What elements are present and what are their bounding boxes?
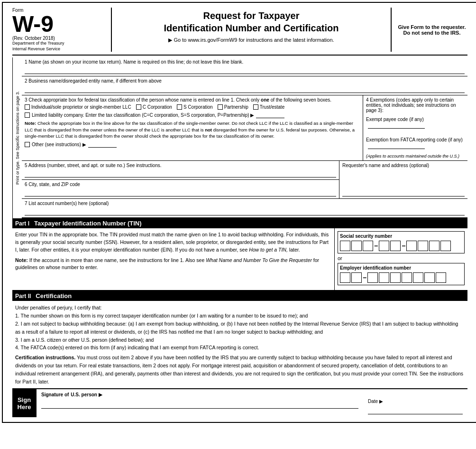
part2-label: Part II: [15, 293, 31, 299]
form-revision: (Rev. October 2018): [12, 36, 106, 41]
line6-input[interactable]: [25, 188, 336, 196]
individual-checkbox-box[interactable]: [25, 104, 30, 110]
ein-group2: [367, 272, 446, 283]
ein-cell-1[interactable]: [340, 272, 350, 283]
ein-cell-5[interactable]: [390, 272, 401, 283]
part2-body: Under penalties of perjury, I certify th…: [12, 301, 467, 388]
part1-instructions: Enter your TIN in the appropriate box. T…: [12, 228, 335, 290]
requester-label: Requester's name and address (optional): [342, 163, 465, 168]
address-wrapper: 5 Address (number, street, and apt. or s…: [22, 161, 467, 199]
part2-item2: 2. I am not subject to backup withholdin…: [15, 320, 465, 336]
ein-cells: −: [340, 272, 462, 283]
ssn-cell-9[interactable]: [440, 241, 451, 251]
line1-label: 1 Name (as shown on your income tax retu…: [25, 59, 465, 65]
form-header: Form W-9 (Rev. October 2018) Department …: [12, 8, 467, 56]
part1-header: Part I Taxpayer Identification Number (T…: [12, 218, 467, 228]
form-body: Print or type. See Specific Instructions…: [12, 57, 467, 218]
checkbox-individual[interactable]: Individual/sole proprietor or single-mem…: [25, 104, 131, 110]
llc-checkbox-box[interactable]: [25, 112, 30, 118]
ssn-cell-2[interactable]: [351, 241, 362, 251]
partnership-checkbox-box[interactable]: [218, 104, 223, 110]
part2-intro: Under penalties of perjury, I certify th…: [15, 304, 465, 312]
checkbox-s-corp[interactable]: S Corporation: [177, 104, 213, 110]
ssn-group2: [379, 241, 401, 251]
form-title-section: Request for Taxpayer Identification Numb…: [112, 8, 392, 52]
ein-cell-6[interactable]: [402, 272, 412, 283]
part1-body: Enter your TIN in the appropriate box. T…: [12, 228, 467, 291]
ssn-cell-1[interactable]: [340, 241, 350, 251]
fatca-section: Exemption from FATCA reporting code (if …: [366, 137, 465, 150]
ein-dash: −: [363, 274, 366, 281]
checkbox-trust[interactable]: Trust/estate: [253, 104, 284, 110]
line1-input[interactable]: [25, 65, 465, 74]
ein-cell-4[interactable]: [379, 272, 389, 283]
line1-row: 1 Name (as shown on your income tax retu…: [22, 57, 467, 76]
checkbox-partnership[interactable]: Partnership: [218, 104, 248, 110]
part2-item3: 3. I am a U.S. citizen or other U.S. per…: [15, 336, 465, 344]
trust-checkbox-box[interactable]: [253, 104, 258, 110]
line6-label: 6 City, state, and ZIP code: [25, 182, 336, 187]
part2-item4: 4. The FATCA code(s) entered on this for…: [15, 344, 465, 352]
ssn-cell-5[interactable]: [390, 241, 401, 251]
line3-line4-wrapper: 3 Check appropriate box for federal tax …: [22, 95, 467, 161]
ein-box: Employer identification number −: [338, 263, 465, 285]
form-fields: 1 Name (as shown on your income tax retu…: [22, 57, 467, 218]
us-person-label: U.S. person ▶: [71, 392, 102, 397]
ssn-cell-6[interactable]: [406, 241, 417, 251]
ein-cell-8[interactable]: [424, 272, 435, 283]
ein-cell-9[interactable]: [436, 272, 446, 283]
s-corp-checkbox-box[interactable]: [177, 104, 182, 110]
ein-cell-7[interactable]: [413, 272, 423, 283]
ein-cell-3[interactable]: [367, 272, 378, 283]
requester-address-input[interactable]: [342, 168, 465, 196]
part2-item1: 1. The number shown on this form is my c…: [15, 312, 465, 320]
exempt-payee-input[interactable]: [368, 122, 425, 129]
fatca-input[interactable]: [368, 142, 425, 149]
llc-classification-input[interactable]: [256, 112, 284, 118]
ein-group1: [340, 272, 362, 283]
line3-label: 3 Check appropriate box for federal tax …: [25, 97, 360, 103]
ssn-box: Social security number − −: [338, 231, 465, 253]
line2-input[interactable]: [25, 84, 465, 93]
line5-input[interactable]: [25, 169, 336, 178]
ssn-cells: − −: [340, 241, 462, 251]
c-corp-checkbox-box[interactable]: [136, 104, 141, 110]
ssn-cell-4[interactable]: [379, 241, 389, 251]
form-department: Department of the Treasury Internal Reve…: [12, 41, 106, 52]
other-checkbox-box[interactable]: [25, 142, 30, 147]
or-label: or: [338, 255, 465, 261]
address-left-section: 5 Address (number, street, and apt. or s…: [22, 161, 339, 198]
part2-header: Part II Certification: [12, 291, 467, 301]
checkbox-c-corp[interactable]: C Corporation: [136, 104, 172, 110]
ssn-cell-7[interactable]: [418, 241, 428, 251]
signature-area: Signature of U.S. person ▶ Date ▶: [36, 389, 467, 417]
signature-inputs: Date ▶: [41, 398, 463, 414]
llc-row: Limited liability company. Enter the tax…: [25, 112, 360, 118]
line6-row: 6 City, state, and ZIP code: [22, 180, 339, 198]
date-section: Date ▶: [368, 398, 463, 414]
ein-label: Employer identification number: [340, 265, 462, 271]
signature-input[interactable]: [41, 398, 358, 409]
ssn-label: Social security number: [340, 234, 462, 239]
line7-input[interactable]: [25, 207, 465, 215]
ein-cell-2[interactable]: [351, 272, 362, 283]
form-goto: ▶ Go to www.irs.gov/FormW9 for instructi…: [117, 37, 386, 43]
ssn-group1: [340, 241, 373, 251]
part1-title: Taxpayer Identification Number (TIN): [34, 220, 142, 227]
sig-label-row: Signature of U.S. person ▶: [41, 392, 463, 397]
exempt-payee-section: Exempt payee code (if any): [366, 117, 465, 130]
ssn-cell-3[interactable]: [363, 241, 373, 251]
ssn-cell-8[interactable]: [429, 241, 439, 251]
other-row: Other (see instructions) ▶: [25, 141, 360, 148]
date-input[interactable]: [368, 404, 463, 414]
other-input[interactable]: [88, 141, 117, 148]
part2-title: Certification: [36, 292, 72, 299]
ssn-dash2: −: [402, 242, 405, 250]
part1-label: Part I: [15, 220, 29, 227]
part2-cert-instructions: Certification instructions. You must cro…: [15, 354, 465, 385]
form-title: Request for Taxpayer Identification Numb…: [117, 9, 386, 34]
part1-tin-section: Social security number − −: [335, 228, 467, 290]
signature-of-label: Signature of: [41, 392, 69, 397]
give-form-notice: Give Form to the requester. Do not send …: [392, 8, 467, 52]
line2-label: 2 Business name/disregarded entity name,…: [25, 78, 465, 84]
